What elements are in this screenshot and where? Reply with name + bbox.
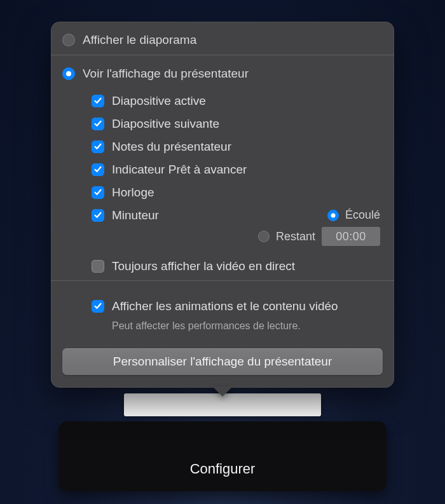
timer-label: Minuteur [112, 208, 159, 222]
checkbox-icon [92, 186, 104, 199]
checkbox-icon [92, 260, 104, 273]
timer-elapsed-option[interactable]: Écoulé [327, 208, 380, 222]
presenter-notes-label: Notes du présentateur [112, 140, 231, 154]
timer-row: Minuteur Écoulé Restant 00:00 [92, 204, 383, 250]
show-animations-checkbox[interactable]: Afficher les animations et le contenu vi… [92, 295, 383, 318]
presenter-display-option[interactable]: Voir l'affichage du présentateur [62, 64, 383, 88]
radio-icon [62, 67, 75, 80]
next-slide-label: Diapositive suivante [112, 117, 219, 131]
current-slide-checkbox[interactable]: Diapositive active [92, 90, 383, 112]
checkbox-icon [92, 118, 104, 130]
radio-icon [327, 210, 339, 221]
configure-button-label[interactable]: Configurer [190, 461, 256, 477]
timer-elapsed-label: Écoulé [345, 208, 380, 222]
presenter-options-list: Diapositive active Diapositive suivante … [62, 88, 383, 280]
radio-icon [62, 34, 75, 46]
show-slideshow-label: Afficher le diaporama [83, 33, 196, 47]
current-slide-label: Diapositive active [112, 94, 206, 108]
next-slide-checkbox[interactable]: Diapositive suivante [92, 112, 383, 135]
always-show-live-video-checkbox[interactable]: Toujours afficher la vidéo en direct [92, 250, 383, 278]
show-slideshow-option[interactable]: Afficher le diaporama [62, 31, 383, 55]
always-show-live-video-label: Toujours afficher la vidéo en direct [112, 259, 295, 273]
popover-anchor-strip [124, 393, 321, 416]
timer-value-field[interactable]: 00:00 [322, 227, 380, 246]
timer-remaining-label: Restant [276, 230, 315, 243]
display-options-popover: Afficher le diaporama Voir l'affichage d… [51, 22, 394, 388]
checkbox-icon [92, 163, 104, 176]
clock-checkbox[interactable]: Horloge [92, 181, 383, 204]
checkbox-icon [92, 209, 104, 222]
ready-indicator-label: Indicateur Prêt à avancer [112, 163, 247, 177]
clock-label: Horloge [112, 186, 154, 200]
timer-checkbox[interactable]: Minuteur [92, 208, 159, 222]
customize-presenter-display-button[interactable]: Personnaliser l'affichage du présentateu… [62, 348, 383, 375]
checkbox-icon [92, 140, 104, 153]
animations-performance-note: Peut affecter les performances de lectur… [92, 318, 383, 332]
timer-remaining-option[interactable]: Restant [258, 230, 315, 243]
presenter-display-label: Voir l'affichage du présentateur [83, 67, 249, 81]
ready-indicator-checkbox[interactable]: Indicateur Prêt à avancer [92, 158, 383, 181]
checkbox-icon [92, 95, 104, 107]
checkbox-icon [92, 300, 104, 313]
config-toolbar: Configurer [58, 421, 387, 491]
radio-icon [258, 231, 270, 242]
presenter-notes-checkbox[interactable]: Notes du présentateur [92, 135, 383, 158]
show-animations-label: Afficher les animations et le contenu vi… [112, 299, 338, 313]
